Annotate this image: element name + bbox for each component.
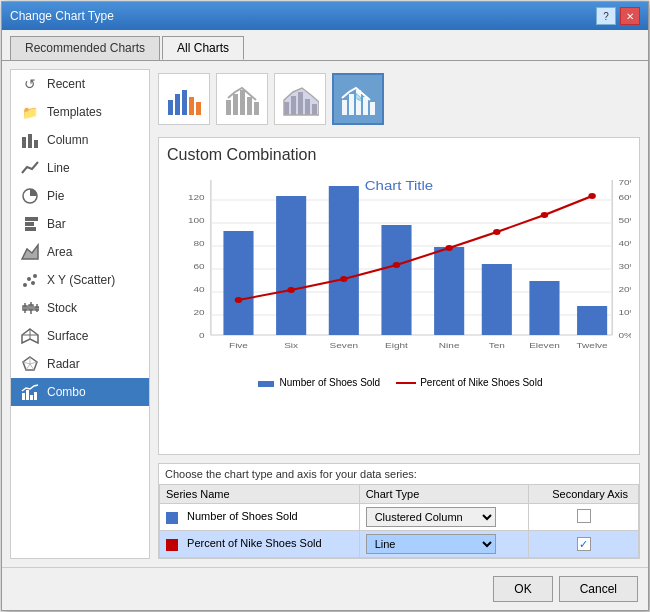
svg-text:0%: 0%: [618, 331, 631, 340]
sidebar-item-recent[interactable]: ↺ Recent: [11, 70, 149, 98]
tab-recommended[interactable]: Recommended Charts: [10, 36, 160, 60]
sidebar-item-bar-label: Bar: [47, 217, 66, 231]
svg-point-94: [235, 297, 243, 303]
svg-rect-33: [182, 90, 187, 115]
series-label-2: Percent of Nike Shoes Sold: [187, 537, 322, 549]
svg-text:Seven: Seven: [330, 341, 358, 350]
data-series-header: Choose the chart type and axis for your …: [159, 464, 639, 484]
sidebar-item-templates[interactable]: 📁 Templates: [11, 98, 149, 126]
svg-rect-39: [247, 97, 252, 115]
svg-text:60%: 60%: [618, 193, 631, 202]
chart-preview-area: Custom Combination Chart Title 0 20 40: [158, 137, 640, 455]
tab-bar: Recommended Charts All Charts: [2, 30, 648, 60]
svg-text:0: 0: [199, 331, 205, 340]
bar-icon: [21, 215, 39, 233]
secondary-axis-checkbox-1[interactable]: [577, 509, 591, 523]
chart-legend: Number of Shoes Sold Percent of Nike Sho…: [167, 377, 631, 388]
svg-rect-80: [329, 186, 359, 335]
sidebar-item-xyscatter[interactable]: X Y (Scatter): [11, 266, 149, 294]
chart-type-select-2[interactable]: Clustered Column Line Area: [366, 534, 496, 554]
sidebar-item-surface[interactable]: Surface: [11, 322, 149, 350]
sidebar-item-xyscatter-label: X Y (Scatter): [47, 273, 115, 287]
svg-text:10%: 10%: [618, 308, 631, 317]
combo-type-3-btn[interactable]: [274, 73, 326, 125]
combo-type-2-btn[interactable]: [216, 73, 268, 125]
svg-rect-36: [226, 100, 231, 115]
change-chart-type-dialog: Change Chart Type ? ✕ Recommended Charts…: [1, 1, 649, 611]
svg-rect-50: [363, 97, 368, 115]
svg-point-98: [445, 245, 453, 251]
footer: OK Cancel: [2, 567, 648, 610]
sidebar-item-column[interactable]: Column: [11, 126, 149, 154]
svg-point-11: [31, 281, 35, 285]
svg-rect-5: [25, 222, 34, 226]
sidebar-item-area[interactable]: Area: [11, 238, 149, 266]
legend-bars-label: Number of Shoes Sold: [280, 377, 381, 388]
close-button[interactable]: ✕: [620, 7, 640, 25]
sidebar-item-radar-label: Radar: [47, 357, 80, 371]
combo-type-4-btn[interactable]: ✎: [332, 73, 384, 125]
svg-rect-1: [28, 134, 32, 148]
chart-type-icons: ✎: [158, 69, 640, 129]
svg-text:20%: 20%: [618, 285, 631, 294]
sidebar-item-column-label: Column: [47, 133, 88, 147]
dialog-title: Change Chart Type: [10, 9, 114, 23]
svg-rect-102: [258, 381, 274, 387]
recent-icon: ↺: [21, 75, 39, 93]
svg-rect-47: [342, 100, 347, 115]
sidebar-item-stock[interactable]: Stock: [11, 294, 149, 322]
chart-type-cell-2: Clustered Column Line Area: [359, 531, 528, 558]
svg-text:Eight: Eight: [385, 341, 408, 350]
series-name-1: Number of Shoes Sold: [160, 504, 360, 531]
combo-icon: [21, 383, 39, 401]
svg-text:60: 60: [193, 262, 204, 271]
sidebar-item-radar[interactable]: Radar: [11, 350, 149, 378]
sidebar-item-area-label: Area: [47, 245, 72, 259]
line-icon: [21, 159, 39, 177]
sidebar-item-line[interactable]: Line: [11, 154, 149, 182]
stock-icon: [21, 299, 39, 317]
svg-text:Five: Five: [229, 341, 248, 350]
series-label-1: Number of Shoes Sold: [187, 510, 298, 522]
table-row: Number of Shoes Sold Clustered Column Li…: [160, 504, 639, 531]
sidebar-item-bar[interactable]: Bar: [11, 210, 149, 238]
sidebar-item-pie[interactable]: Pie: [11, 182, 149, 210]
svg-rect-2: [34, 140, 38, 148]
svg-point-99: [493, 229, 501, 235]
templates-icon: 📁: [21, 103, 39, 121]
col-header-chart-type: Chart Type: [359, 485, 528, 504]
help-button[interactable]: ?: [596, 7, 616, 25]
svg-text:30%: 30%: [618, 262, 631, 271]
svg-rect-27: [22, 393, 25, 400]
svg-point-97: [393, 262, 401, 268]
surface-icon: [21, 327, 39, 345]
svg-rect-37: [233, 94, 238, 115]
ok-button[interactable]: OK: [493, 576, 552, 602]
chart-type-select-1[interactable]: Clustered Column Line Area: [366, 507, 496, 527]
right-panel: ✎ Custom Combination Chart Title: [158, 69, 640, 559]
svg-rect-83: [482, 264, 512, 335]
combo-type-1-btn[interactable]: [158, 73, 210, 125]
secondary-axis-checkbox-2[interactable]: [577, 537, 591, 551]
svg-rect-30: [34, 392, 37, 400]
sidebar-item-combo[interactable]: Combo: [11, 378, 149, 406]
col-header-secondary-axis: Secondary Axis: [529, 485, 639, 504]
radar-icon: [21, 355, 39, 373]
series-table: Series Name Chart Type Secondary Axis Nu…: [159, 484, 639, 558]
secondary-axis-cell-2: [529, 531, 639, 558]
sidebar-item-stock-label: Stock: [47, 301, 77, 315]
cancel-button[interactable]: Cancel: [559, 576, 638, 602]
svg-point-9: [27, 277, 31, 281]
pie-icon: [21, 187, 39, 205]
tab-all-charts[interactable]: All Charts: [162, 36, 244, 60]
series-name-2: Percent of Nike Shoes Sold: [160, 531, 360, 558]
svg-line-24: [30, 364, 34, 370]
svg-rect-78: [223, 231, 253, 335]
svg-text:Nine: Nine: [439, 341, 460, 350]
svg-rect-35: [196, 102, 201, 115]
svg-point-95: [287, 287, 295, 293]
svg-text:20: 20: [193, 308, 204, 317]
data-series-section: Choose the chart type and axis for your …: [158, 463, 640, 559]
left-panel: ↺ Recent 📁 Templates Column Line: [10, 69, 150, 559]
svg-rect-28: [26, 390, 29, 400]
